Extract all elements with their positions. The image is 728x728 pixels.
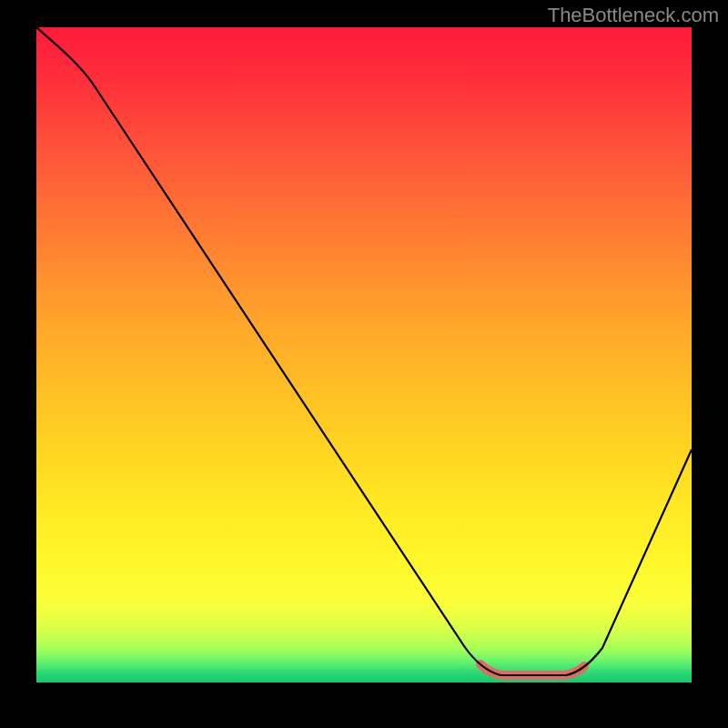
- chart-container: { "watermark": "TheBottleneck.com", "cha…: [0, 0, 728, 728]
- bottleneck-curve: [36, 27, 692, 675]
- chart-svg: [36, 27, 692, 682]
- optimal-band-highlight: [480, 664, 584, 675]
- watermark-text: TheBottleneck.com: [548, 4, 719, 27]
- plot-area: [36, 27, 692, 682]
